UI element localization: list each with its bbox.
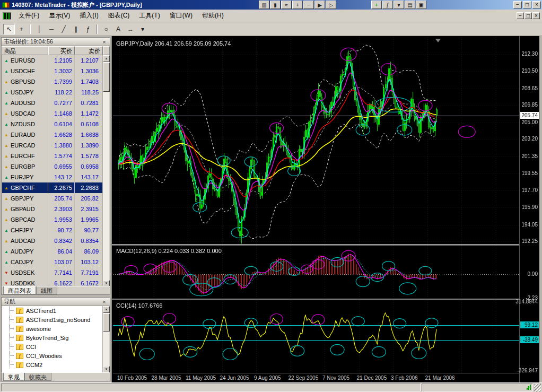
market-watch-column-headers: 商品 买价 卖价 [2, 46, 110, 55]
market-watch-row[interactable]: ▲GBPCHF2.26752.2683 [2, 182, 103, 193]
market-watch-header[interactable]: 市场报价: 19:04:56 × [2, 38, 110, 46]
market-watch-row[interactable]: ▲AUDJPY86.0486.09 [2, 246, 103, 257]
channel-tool[interactable]: ∥ [70, 24, 82, 34]
navigator-item[interactable]: ƒCCM2 [2, 360, 103, 369]
cci-level-tag: 99.12 [520, 321, 539, 328]
tab-common[interactable]: 常规 [3, 373, 24, 381]
column-ask[interactable]: 卖价 [75, 46, 103, 55]
menu-item[interactable]: 显示(V) [44, 10, 75, 22]
scroll-up-icon[interactable]: ▲ [103, 55, 110, 62]
close-icon[interactable]: × [101, 299, 108, 305]
scroll-thumb[interactable] [103, 63, 110, 92]
line-chart-icon[interactable]: ≈ [281, 1, 292, 9]
restore-button[interactable]: □ [523, 1, 531, 8]
new-order-icon[interactable]: + [371, 1, 382, 9]
menu-item[interactable]: 插入(I) [75, 10, 103, 22]
bid-price: 90.72 [48, 225, 74, 236]
market-watch-row[interactable]: ▲EURAUD1.66281.6638 [2, 129, 103, 140]
close-icon[interactable]: × [101, 39, 108, 45]
title-bar[interactable]: 140307: MetaTrader - 模拟帐户 - [GBPJPY,Dail… [0, 0, 542, 10]
resize-grip[interactable] [534, 384, 541, 391]
zoom-out-icon[interactable]: − [303, 1, 314, 9]
macd-axis-label: 0.00 [528, 271, 538, 277]
zoom-in-icon[interactable]: + [292, 1, 303, 9]
market-watch-row[interactable]: ▲EURCHF1.57741.5778 [2, 151, 103, 161]
navigator-scrollbar[interactable]: ▲ ▼ [102, 306, 109, 373]
market-watch-row[interactable]: ▲NZDUSD0.61040.6108 [2, 119, 103, 129]
market-watch-row[interactable]: ▲USDJPY118.22118.25 [2, 87, 103, 98]
cci-indicator-chart[interactable] [113, 300, 519, 373]
navigator-header[interactable]: 导航 × [2, 298, 110, 306]
bar-chart-icon[interactable]: ▥ [259, 1, 269, 9]
navigator-item[interactable]: ƒCCI [2, 342, 103, 351]
market-watch-row[interactable]: ▲USDCAD1.14681.1472 [2, 108, 103, 119]
child-restore-button[interactable]: □ [524, 12, 532, 19]
market-watch-row[interactable]: ▲AUDUSD0.72770.7281 [2, 98, 103, 108]
minimize-button[interactable]: − [513, 1, 522, 8]
chart-shift-icon[interactable]: ▷ [326, 1, 336, 9]
tools-dropdown[interactable]: ▾ [137, 24, 148, 34]
tab-favorites[interactable]: 收藏夹 [24, 373, 51, 381]
market-watch-row[interactable]: ▲EURCAD1.38801.3890 [2, 140, 103, 151]
tab-tick-chart[interactable]: 线图 [36, 286, 57, 294]
trendline-tool[interactable]: ╱ [58, 24, 69, 34]
tab-symbols[interactable]: 商品列表 [3, 286, 36, 294]
market-watch-row[interactable]: ▲EURGBP0.69550.6958 [2, 161, 103, 172]
market-watch-row[interactable]: ▲AUDCAD0.83420.8354 [2, 236, 103, 246]
column-symbol[interactable]: 商品 [2, 46, 48, 55]
menu-item[interactable]: 窗口(W) [165, 10, 197, 22]
market-watch-row[interactable]: ▲EURJPY143.12143.17 [2, 172, 103, 182]
auto-scroll-icon[interactable]: ▶ [314, 1, 325, 9]
indicator-name: ASCTrend1sig_noSound [26, 317, 90, 323]
market-watch-row[interactable]: ▼USDSEK7.71417.7191 [2, 267, 103, 278]
navigator-item[interactable]: ƒCCI_Woodies [2, 351, 103, 360]
market-watch-row[interactable]: ▲EURUSD1.21051.2107 [2, 55, 103, 66]
market-watch-panel: 市场报价: 19:04:56 × 商品 买价 卖价 ▲EURUSD1.21051… [1, 37, 110, 295]
column-bid[interactable]: 买价 [48, 46, 75, 55]
close-button[interactable]: × [532, 1, 541, 8]
market-watch-row[interactable]: ▲USDCHF1.30321.3036 [2, 66, 103, 76]
tile-windows-icon[interactable]: ▣ [416, 1, 426, 9]
child-close-button[interactable]: × [532, 12, 540, 19]
shapes-tool[interactable]: ○ [100, 24, 112, 34]
price-chart[interactable] [113, 37, 519, 244]
indicator-list-icon[interactable]: ƒ [382, 1, 393, 9]
market-watch-row[interactable]: ▲CHFJPY90.7290.77 [2, 225, 103, 236]
candlestick-chart-icon[interactable]: ▮ [270, 1, 281, 9]
market-watch-row[interactable]: ▲GBPCAD1.99531.9965 [2, 214, 103, 225]
navigator-item[interactable]: ƒawesome [2, 324, 103, 333]
crosshair-tool[interactable]: + [15, 24, 27, 34]
child-minimize-button[interactable]: − [517, 12, 524, 19]
child-window-controls: − □ × [517, 12, 540, 19]
price-axis-label: 208.65 [521, 85, 538, 92]
fibonacci-tool[interactable]: ƒ [82, 24, 94, 34]
market-watch-row[interactable]: ▲CADJPY103.07103.12 [2, 257, 103, 267]
vertical-line-tool[interactable]: │ [33, 24, 45, 34]
market-watch-scrollbar[interactable]: ▲ ▼ [102, 55, 109, 287]
scroll-thumb[interactable] [103, 313, 110, 332]
horizontal-line-tool[interactable]: ─ [46, 24, 57, 34]
menu-item[interactable]: 帮助(H) [197, 10, 229, 22]
time-axis[interactable]: 10 Feb 200528 Mar 200511 May 200524 Jun … [113, 373, 519, 382]
market-watch-row[interactable]: ▲GBPJPY205.74205.82 [2, 193, 103, 204]
timeframes-icon[interactable]: ▾ [394, 1, 404, 9]
market-watch-row[interactable]: ▲GBPUSD1.73991.7403 [2, 76, 103, 87]
symbol-name: EURCHF [11, 153, 48, 159]
menu-item[interactable]: 文件(F) [14, 10, 44, 22]
menu-item[interactable]: 工具(T) [134, 10, 164, 22]
tick-down-icon: ▼ [2, 271, 11, 275]
cci-header: CCI(14) 107.6766 [116, 302, 162, 309]
price-axis[interactable]: 212.30210.50208.65206.85205.00203.20201.… [519, 36, 539, 382]
arrow-tool[interactable]: → [125, 24, 136, 34]
text-tool[interactable]: A [112, 24, 124, 34]
scroll-up-icon[interactable]: ▲ [103, 306, 110, 313]
app-icon [2, 2, 10, 8]
chart-window-icon[interactable] [3, 12, 11, 20]
menu-item[interactable]: 图表(C) [103, 10, 135, 22]
navigator-item[interactable]: ƒBykovTrend_Sig [2, 333, 103, 342]
navigator-item[interactable]: ƒASCTrend1 [2, 306, 103, 315]
templates-icon[interactable]: ▤ [405, 1, 415, 9]
cursor-tool[interactable]: ↖ [3, 24, 15, 34]
market-watch-row[interactable]: ▲GBPAUD2.39032.3915 [2, 204, 103, 214]
navigator-item[interactable]: ƒASCTrend1sig_noSound [2, 315, 103, 324]
